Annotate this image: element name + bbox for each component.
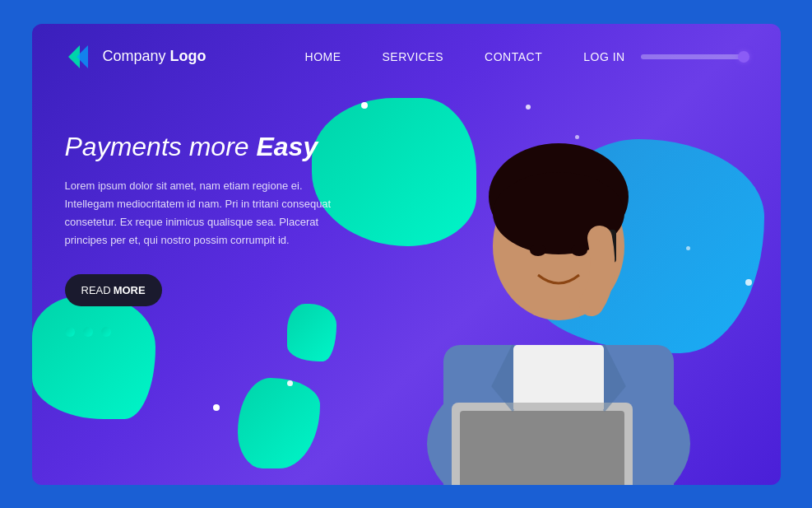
- nav-link-contact[interactable]: CONTACT: [485, 50, 542, 63]
- nav-item-services[interactable]: SERVICES: [383, 49, 444, 64]
- cta-normal: READ: [81, 284, 111, 296]
- hero-title: Payments more Easy: [65, 131, 345, 162]
- blob-4: [238, 378, 320, 468]
- hero-section: Payments more Easy Lorem ipsum dolor sit…: [32, 90, 781, 485]
- float-dot-7: [287, 380, 293, 386]
- nav-link-home[interactable]: HOME: [305, 50, 341, 63]
- person-image: [386, 98, 731, 485]
- svg-rect-12: [460, 411, 624, 485]
- float-dot-4: [213, 404, 220, 411]
- cta-bold: MORE: [114, 284, 146, 296]
- hero-content: Payments more Easy Lorem ipsum dolor sit…: [65, 131, 345, 338]
- read-more-button[interactable]: READ MORE: [65, 274, 162, 306]
- hero-description: Lorem ipsum dolor sit amet, nam etiam re…: [65, 177, 345, 249]
- nav-item-login[interactable]: LOG IN: [583, 49, 624, 64]
- search-bar[interactable]: [641, 54, 748, 59]
- svg-point-9: [571, 245, 587, 256]
- nav-links: HOME SERVICES CONTACT LOG IN: [305, 49, 625, 64]
- float-dot-1: [361, 102, 368, 109]
- logo[interactable]: Company Logo: [65, 42, 206, 72]
- nav-item-contact[interactable]: CONTACT: [485, 49, 542, 64]
- logo-text: Company Logo: [103, 48, 206, 65]
- float-dot-5: [745, 279, 752, 286]
- indicator-dot-1[interactable]: [65, 327, 75, 337]
- person-svg: [386, 98, 731, 485]
- nav-link-services[interactable]: SERVICES: [383, 50, 444, 63]
- nav-item-home[interactable]: HOME: [305, 49, 341, 64]
- logo-icon: [65, 42, 95, 72]
- search-track: [641, 54, 748, 59]
- nav-link-login[interactable]: LOG IN: [583, 50, 624, 63]
- svg-point-8: [530, 245, 546, 256]
- dots-indicator: [65, 327, 345, 337]
- main-frame: Company Logo HOME SERVICES CONTACT LOG I…: [32, 24, 781, 485]
- indicator-dot-2[interactable]: [83, 327, 93, 337]
- search-dot: [738, 51, 749, 63]
- indicator-dot-3[interactable]: [101, 327, 111, 337]
- navbar: Company Logo HOME SERVICES CONTACT LOG I…: [32, 24, 781, 90]
